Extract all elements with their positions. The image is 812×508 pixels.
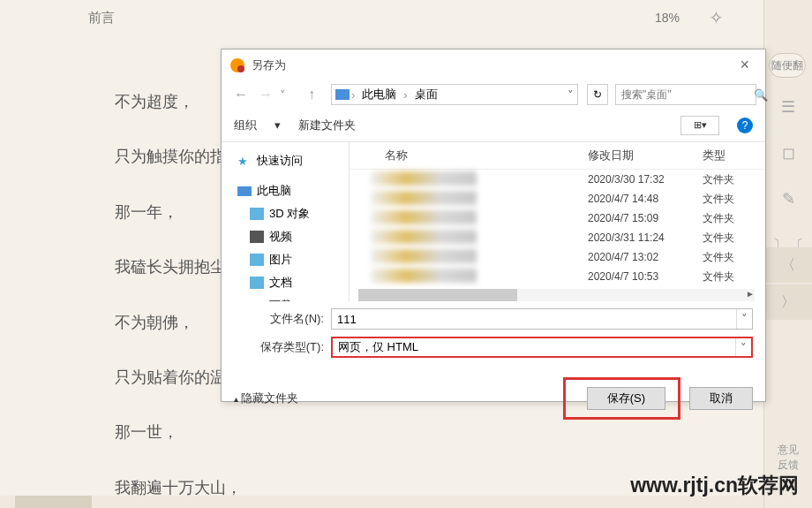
dialog-footer: 隐藏文件夹 保存(S) 取消 [222, 372, 765, 428]
filetype-row: 保存类型(T): ˅ [234, 337, 753, 358]
save-highlight: 保存(S) [563, 377, 680, 420]
filename-row: 文件名(N): ˅ [234, 308, 753, 330]
dialog-toolbar: 组织 ▾ 新建文件夹 ⊞▾ ? [222, 109, 765, 142]
up-button[interactable]: ˅ [280, 88, 297, 102]
file-row[interactable]: 2020/3/30 17:32文件夹 [350, 170, 765, 189]
dialog-title: 另存为 [252, 57, 286, 73]
hide-folders-link[interactable]: 隐藏文件夹 [234, 390, 298, 406]
save-button[interactable]: 保存(S) [587, 387, 665, 410]
dialog-titlebar: 另存为 × [222, 49, 765, 80]
file-list-header: 名称 修改日期 类型 [350, 142, 765, 170]
filetype-select[interactable] [333, 341, 735, 354]
tree-videos[interactable]: 视频 [222, 225, 349, 248]
cancel-button[interactable]: 取消 [689, 387, 753, 410]
address-bar[interactable]: › 此电脑 › 桌面 ˅ [331, 84, 578, 105]
feedback-button[interactable]: 意见 反馈 [764, 443, 812, 473]
tree-quick-access[interactable]: ★快速访问 [222, 149, 349, 172]
file-row[interactable]: 2020/4/7 10:53文件夹 [350, 267, 765, 286]
list-icon[interactable]: ☰ [781, 97, 795, 117]
new-folder-button[interactable]: 新建文件夹 [298, 118, 356, 133]
forward-button[interactable]: → [255, 87, 276, 102]
bookmark-icon[interactable]: ✧ [709, 7, 724, 28]
file-row[interactable]: 2020/4/7 15:09文件夹 [350, 209, 765, 228]
help-icon[interactable]: ? [737, 118, 753, 133]
organize-button[interactable]: 组织 [234, 118, 257, 133]
scroll-right-icon: ► [744, 289, 756, 301]
search-input[interactable] [621, 88, 754, 101]
dialog-body: ★快速访问 此电脑 3D 对象 视频 图片 文档 ↓下载 名称 修改日期 类型 … [222, 142, 765, 301]
col-type[interactable]: 类型 [703, 148, 726, 163]
dialog-nav: ← → ˅ ↑ › 此电脑 › 桌面 ˅ ↻ 🔍 [222, 80, 765, 109]
search-box[interactable]: 🔍 [615, 84, 756, 105]
col-name[interactable]: 名称 [350, 148, 588, 163]
random-flip-button[interactable]: 随便翻 [769, 53, 806, 78]
filename-input[interactable] [332, 313, 736, 326]
prev-page-button[interactable]: 〈 [764, 247, 812, 283]
tree-downloads[interactable]: ↓下载 [222, 294, 349, 301]
file-row[interactable]: 2020/4/7 14:48文件夹 [350, 189, 765, 209]
tree-documents[interactable]: 文档 [222, 271, 349, 294]
view-mode-button[interactable]: ⊞▾ [680, 116, 719, 135]
file-row[interactable]: 2020/3/31 11:24文件夹 [350, 228, 765, 247]
save-as-dialog: 另存为 × ← → ˅ ↑ › 此电脑 › 桌面 ˅ ↻ 🔍 组织 ▾ 新建文件… [221, 49, 766, 402]
close-icon[interactable]: × [733, 56, 756, 74]
nav-tree: ★快速访问 此电脑 3D 对象 视频 图片 文档 ↓下载 [222, 142, 350, 301]
col-date[interactable]: 修改日期 [588, 148, 703, 163]
bookmark-tab-icon[interactable]: ◻ [782, 143, 795, 163]
watermark: www.rjtj.cn软荐网 [630, 472, 799, 499]
filename-label: 文件名(N): [234, 311, 331, 327]
dialog-fields: 文件名(N): ˅ 保存类型(T): ˅ [222, 301, 765, 372]
file-list: 名称 修改日期 类型 2020/3/30 17:32文件夹2020/4/7 14… [350, 142, 765, 301]
tree-this-pc[interactable]: 此电脑 [222, 179, 349, 202]
next-page-button[interactable]: 〉 [764, 284, 812, 320]
filename-dropdown-icon[interactable]: ˅ [736, 309, 752, 329]
file-row[interactable]: 2020/4/7 13:02文件夹 [350, 247, 765, 267]
tree-pictures[interactable]: 图片 [222, 248, 349, 271]
refresh-button[interactable]: ↻ [587, 84, 608, 105]
pc-icon [335, 89, 350, 100]
horizontal-scrollbar[interactable]: ◄ ► [358, 289, 755, 301]
firefox-icon [230, 58, 244, 72]
filetype-label: 保存类型(T): [234, 339, 331, 355]
sidebar: 随便翻 ☰ ◻ ✎ 〕〔 〈 〉 意见 反馈 [763, 0, 812, 508]
crumb-folder[interactable]: 桌面 [410, 87, 443, 102]
chapter-title: 前言 [88, 10, 115, 27]
edit-icon[interactable]: ✎ [782, 189, 795, 209]
path-dropdown-icon[interactable]: ˅ [568, 88, 574, 102]
up-arrow-button[interactable]: ↑ [301, 87, 322, 102]
progress-pct: 18% [655, 11, 680, 25]
filetype-dropdown-icon[interactable]: ˅ [735, 338, 751, 356]
crumb-root[interactable]: 此电脑 [357, 87, 402, 102]
search-icon[interactable]: 🔍 [754, 88, 768, 102]
tree-3d-objects[interactable]: 3D 对象 [222, 202, 349, 225]
reader-header: 前言 18% ✧ [0, 0, 812, 35]
back-button[interactable]: ← [230, 87, 252, 102]
